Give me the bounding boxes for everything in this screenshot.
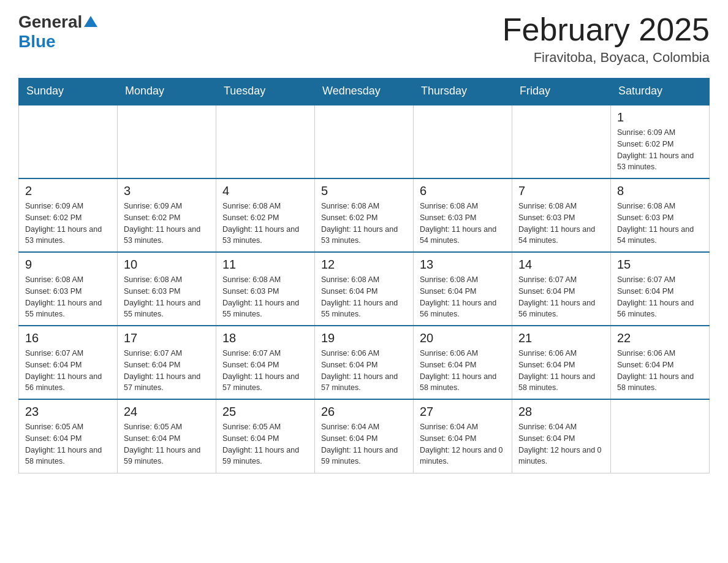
day-info: Sunrise: 6:08 AMSunset: 6:03 PMDaylight:… xyxy=(518,201,604,247)
day-number: 25 xyxy=(222,405,308,419)
calendar-cell: 14Sunrise: 6:07 AMSunset: 6:04 PMDayligh… xyxy=(512,252,611,326)
day-info: Sunrise: 6:09 AMSunset: 6:02 PMDaylight:… xyxy=(617,127,703,173)
calendar-cell: 3Sunrise: 6:09 AMSunset: 6:02 PMDaylight… xyxy=(118,178,216,252)
calendar-cell: 27Sunrise: 6:04 AMSunset: 6:04 PMDayligh… xyxy=(414,399,512,473)
calendar-cell: 6Sunrise: 6:08 AMSunset: 6:03 PMDaylight… xyxy=(414,178,512,252)
day-info: Sunrise: 6:08 AMSunset: 6:03 PMDaylight:… xyxy=(222,274,308,320)
calendar-cell: 23Sunrise: 6:05 AMSunset: 6:04 PMDayligh… xyxy=(19,399,118,473)
day-number: 6 xyxy=(420,184,506,198)
calendar-cell xyxy=(414,105,512,179)
day-number: 3 xyxy=(124,184,210,198)
day-number: 26 xyxy=(321,405,407,419)
day-number: 1 xyxy=(617,110,703,124)
calendar-cell xyxy=(118,105,216,179)
day-number: 17 xyxy=(124,331,210,345)
day-info: Sunrise: 6:08 AMSunset: 6:04 PMDaylight:… xyxy=(420,274,506,320)
calendar-cell: 7Sunrise: 6:08 AMSunset: 6:03 PMDaylight… xyxy=(512,178,611,252)
day-info: Sunrise: 6:07 AMSunset: 6:04 PMDaylight:… xyxy=(222,348,308,394)
day-info: Sunrise: 6:09 AMSunset: 6:02 PMDaylight:… xyxy=(25,201,111,247)
day-number: 12 xyxy=(321,258,407,272)
day-info: Sunrise: 6:06 AMSunset: 6:04 PMDaylight:… xyxy=(321,348,407,394)
day-number: 8 xyxy=(617,184,703,198)
day-info: Sunrise: 6:07 AMSunset: 6:04 PMDaylight:… xyxy=(124,348,210,394)
logo-general-text: General xyxy=(18,12,82,32)
calendar-cell: 15Sunrise: 6:07 AMSunset: 6:04 PMDayligh… xyxy=(611,252,710,326)
day-number: 2 xyxy=(25,184,111,198)
day-number: 24 xyxy=(124,405,210,419)
day-info: Sunrise: 6:08 AMSunset: 6:03 PMDaylight:… xyxy=(25,274,111,320)
title-section: February 2025 Firavitoba, Boyaca, Colomb… xyxy=(502,12,710,66)
logo-icon xyxy=(84,15,97,28)
calendar-cell: 18Sunrise: 6:07 AMSunset: 6:04 PMDayligh… xyxy=(216,326,315,399)
day-number: 23 xyxy=(25,405,111,419)
day-number: 18 xyxy=(222,331,308,345)
day-info: Sunrise: 6:05 AMSunset: 6:04 PMDaylight:… xyxy=(25,421,111,467)
calendar-cell: 1Sunrise: 6:09 AMSunset: 6:02 PMDaylight… xyxy=(611,105,710,179)
calendar-table: Sunday Monday Tuesday Wednesday Thursday… xyxy=(18,78,710,473)
header-wednesday: Wednesday xyxy=(315,79,414,105)
day-number: 15 xyxy=(617,258,703,272)
calendar-cell xyxy=(611,399,710,473)
page-header: General Blue February 2025 Firavitoba, B… xyxy=(18,12,710,66)
calendar-cell: 22Sunrise: 6:06 AMSunset: 6:04 PMDayligh… xyxy=(611,326,710,399)
day-info: Sunrise: 6:08 AMSunset: 6:02 PMDaylight:… xyxy=(222,201,308,247)
calendar-cell: 9Sunrise: 6:08 AMSunset: 6:03 PMDaylight… xyxy=(19,252,118,326)
day-number: 14 xyxy=(518,258,604,272)
day-info: Sunrise: 6:07 AMSunset: 6:04 PMDaylight:… xyxy=(518,274,604,320)
calendar-row: 23Sunrise: 6:05 AMSunset: 6:04 PMDayligh… xyxy=(19,399,710,473)
calendar-cell: 5Sunrise: 6:08 AMSunset: 6:02 PMDaylight… xyxy=(315,178,414,252)
calendar-cell: 26Sunrise: 6:04 AMSunset: 6:04 PMDayligh… xyxy=(315,399,414,473)
calendar-row: 9Sunrise: 6:08 AMSunset: 6:03 PMDaylight… xyxy=(19,252,710,326)
calendar-cell xyxy=(512,105,611,179)
day-number: 27 xyxy=(420,405,506,419)
day-info: Sunrise: 6:06 AMSunset: 6:04 PMDaylight:… xyxy=(617,348,703,394)
calendar-subtitle: Firavitoba, Boyaca, Colombia xyxy=(502,50,710,66)
day-number: 4 xyxy=(222,184,308,198)
calendar-cell: 10Sunrise: 6:08 AMSunset: 6:03 PMDayligh… xyxy=(118,252,216,326)
day-info: Sunrise: 6:08 AMSunset: 6:02 PMDaylight:… xyxy=(321,201,407,247)
calendar-row: 1Sunrise: 6:09 AMSunset: 6:02 PMDaylight… xyxy=(19,105,710,179)
day-info: Sunrise: 6:06 AMSunset: 6:04 PMDaylight:… xyxy=(420,348,506,394)
header-tuesday: Tuesday xyxy=(216,79,315,105)
calendar-cell: 28Sunrise: 6:04 AMSunset: 6:04 PMDayligh… xyxy=(512,399,611,473)
calendar-cell: 12Sunrise: 6:08 AMSunset: 6:04 PMDayligh… xyxy=(315,252,414,326)
calendar-cell: 19Sunrise: 6:06 AMSunset: 6:04 PMDayligh… xyxy=(315,326,414,399)
day-info: Sunrise: 6:05 AMSunset: 6:04 PMDaylight:… xyxy=(124,421,210,467)
calendar-header-row: Sunday Monday Tuesday Wednesday Thursday… xyxy=(19,79,710,105)
day-number: 21 xyxy=(518,331,604,345)
calendar-cell xyxy=(19,105,118,179)
header-thursday: Thursday xyxy=(414,79,512,105)
day-number: 7 xyxy=(518,184,604,198)
logo-blue-text: Blue xyxy=(18,32,56,52)
svg-marker-0 xyxy=(84,16,97,27)
calendar-title: February 2025 xyxy=(502,12,710,47)
day-info: Sunrise: 6:07 AMSunset: 6:04 PMDaylight:… xyxy=(25,348,111,394)
calendar-cell: 2Sunrise: 6:09 AMSunset: 6:02 PMDaylight… xyxy=(19,178,118,252)
calendar-cell: 4Sunrise: 6:08 AMSunset: 6:02 PMDaylight… xyxy=(216,178,315,252)
calendar-cell: 11Sunrise: 6:08 AMSunset: 6:03 PMDayligh… xyxy=(216,252,315,326)
day-number: 20 xyxy=(420,331,506,345)
calendar-cell: 24Sunrise: 6:05 AMSunset: 6:04 PMDayligh… xyxy=(118,399,216,473)
day-info: Sunrise: 6:06 AMSunset: 6:04 PMDaylight:… xyxy=(518,348,604,394)
day-info: Sunrise: 6:04 AMSunset: 6:04 PMDaylight:… xyxy=(321,421,407,467)
day-number: 22 xyxy=(617,331,703,345)
day-info: Sunrise: 6:09 AMSunset: 6:02 PMDaylight:… xyxy=(124,201,210,247)
header-sunday: Sunday xyxy=(19,79,118,105)
calendar-cell: 21Sunrise: 6:06 AMSunset: 6:04 PMDayligh… xyxy=(512,326,611,399)
day-info: Sunrise: 6:04 AMSunset: 6:04 PMDaylight:… xyxy=(420,421,506,467)
day-number: 28 xyxy=(518,405,604,419)
day-number: 19 xyxy=(321,331,407,345)
calendar-cell xyxy=(315,105,414,179)
calendar-cell: 13Sunrise: 6:08 AMSunset: 6:04 PMDayligh… xyxy=(414,252,512,326)
header-friday: Friday xyxy=(512,79,611,105)
header-monday: Monday xyxy=(118,79,216,105)
day-info: Sunrise: 6:08 AMSunset: 6:03 PMDaylight:… xyxy=(617,201,703,247)
calendar-cell: 25Sunrise: 6:05 AMSunset: 6:04 PMDayligh… xyxy=(216,399,315,473)
day-number: 9 xyxy=(25,258,111,272)
calendar-cell: 8Sunrise: 6:08 AMSunset: 6:03 PMDaylight… xyxy=(611,178,710,252)
day-info: Sunrise: 6:08 AMSunset: 6:04 PMDaylight:… xyxy=(321,274,407,320)
day-number: 13 xyxy=(420,258,506,272)
calendar-cell: 17Sunrise: 6:07 AMSunset: 6:04 PMDayligh… xyxy=(118,326,216,399)
day-info: Sunrise: 6:04 AMSunset: 6:04 PMDaylight:… xyxy=(518,421,604,467)
day-number: 5 xyxy=(321,184,407,198)
